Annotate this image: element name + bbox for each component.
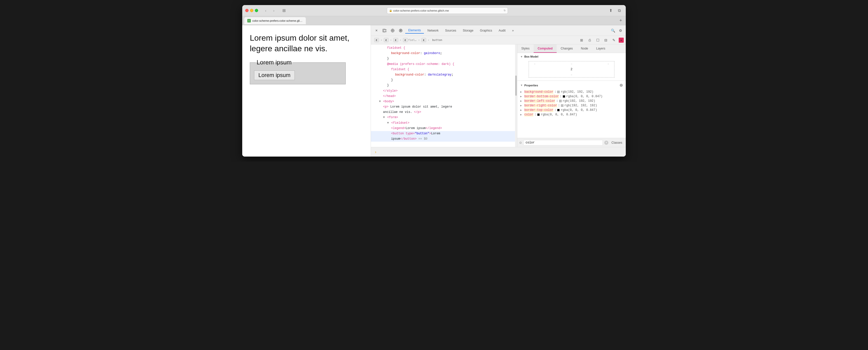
- preview-text: Lorem ipsum dolor sit amet, legere ancil…: [250, 33, 363, 54]
- classes-button[interactable]: Classes: [610, 140, 624, 145]
- close-button[interactable]: [245, 9, 249, 12]
- prop-swatch-color[interactable]: [537, 113, 540, 116]
- tab-network[interactable]: Network: [425, 28, 441, 33]
- properties-options[interactable]: ⊜: [619, 83, 623, 88]
- bm-top-right: –: [607, 62, 609, 65]
- code-tag-p-open: <p>: [383, 105, 389, 109]
- filter-clear-button[interactable]: ✕: [604, 141, 608, 145]
- edit-button[interactable]: ✎: [611, 37, 617, 43]
- box-model-toggle[interactable]: ▼: [520, 55, 523, 58]
- code-tag-form: <form>: [387, 115, 398, 120]
- grid-display-button[interactable]: ⊞: [578, 37, 585, 43]
- bc-item-4[interactable]: ε fiel…: [402, 37, 418, 43]
- bm-top-left: –: [534, 62, 536, 65]
- legend-demo: Lorem ipsum: [256, 59, 293, 66]
- expand-body-arrow[interactable]: ▼: [379, 99, 382, 104]
- tab-changes[interactable]: Changes: [557, 45, 577, 53]
- color-picker-button[interactable]: ▪: [619, 38, 624, 43]
- prop-swatch-brc[interactable]: [561, 104, 563, 107]
- prop-swatch-blc[interactable]: [559, 100, 562, 102]
- filter-input[interactable]: [523, 140, 603, 145]
- code-p-text: Lorem ipsum dolor sit amet, legere: [389, 105, 452, 109]
- prop-expand-5[interactable]: ▶: [520, 109, 523, 112]
- code-scrollbar[interactable]: [515, 45, 517, 147]
- prop-border-top-color: ▶ border-top-color : rgba(0, 0, 0, 0.847…: [520, 108, 623, 112]
- tab-audit[interactable]: Audit: [496, 28, 508, 33]
- button-demo[interactable]: Lorem ipsum: [254, 70, 295, 80]
- expand-fieldset-arrow[interactable]: ▼: [387, 121, 391, 125]
- maximize-button[interactable]: [255, 9, 258, 12]
- tab-layers[interactable]: Layers: [592, 45, 609, 53]
- bc-item-3[interactable]: ε: [392, 37, 399, 43]
- target-button[interactable]: [397, 27, 404, 34]
- expand-form-arrow[interactable]: ▼: [383, 115, 386, 120]
- bc-arrow-1: ›: [381, 39, 382, 41]
- tab-more[interactable]: »: [509, 28, 517, 33]
- device-toggle-button[interactable]: [381, 27, 388, 34]
- reload-icon[interactable]: ↻: [504, 9, 506, 12]
- tab-elements[interactable]: Elements: [405, 28, 424, 34]
- prop-expand-6[interactable]: ▶: [520, 113, 523, 116]
- filter-bar: ⊙ ✕ Classes: [517, 138, 626, 147]
- tab-storage[interactable]: Storage: [460, 28, 476, 33]
- devtools-settings-button[interactable]: ⚙: [617, 27, 624, 34]
- new-tab-button[interactable]: +: [618, 18, 624, 24]
- active-tab[interactable]: c color-scheme-prefers-color-scheme.glit…: [244, 17, 306, 24]
- code-tag-head-close: </head>: [383, 94, 396, 99]
- bc-item-2[interactable]: ε: [382, 37, 390, 43]
- scrollbar-thumb[interactable]: [515, 76, 517, 96]
- address-bar[interactable]: 🔒 color-scheme-prefers-color-scheme.glit…: [387, 7, 508, 14]
- properties-toggle[interactable]: ▼: [520, 84, 523, 87]
- bc-item-1[interactable]: ε: [373, 37, 380, 43]
- code-colon-inner: :: [424, 72, 428, 77]
- minimize-button[interactable]: [250, 9, 253, 12]
- prop-expand-4[interactable]: ▶: [520, 104, 523, 107]
- new-window-button[interactable]: ⧉: [616, 7, 623, 14]
- forward-button[interactable]: ›: [270, 7, 277, 14]
- code-line: <legend>Lorem ipsum</legend>: [371, 126, 517, 131]
- bc-arrow-5: ›: [428, 39, 429, 41]
- code-tag-button-close: </button>: [400, 137, 416, 141]
- code-dom0: == $0: [416, 137, 428, 141]
- multi-display-button[interactable]: ⊟: [602, 37, 609, 43]
- tab-node[interactable]: Node: [577, 45, 592, 53]
- prop-background-color: ▶ background-color : rgb(192, 192, 192): [520, 90, 623, 94]
- devtools-close-button[interactable]: ✕: [373, 27, 380, 34]
- share-button[interactable]: ⬆: [607, 7, 614, 14]
- devtools-search-button[interactable]: 🔍: [610, 27, 616, 34]
- code-line: <p> Lorem ipsum dolor sit amet, legere: [371, 104, 517, 110]
- console-input[interactable]: [378, 150, 622, 154]
- prop-expand-1[interactable]: ▶: [520, 90, 523, 93]
- prop-swatch-btc[interactable]: [557, 109, 560, 111]
- code-line: ▼ <form>: [371, 115, 517, 120]
- code-tag-legend-close: </legend>: [426, 126, 442, 131]
- split-view-button[interactable]: ⊞: [280, 7, 287, 14]
- tab-sources[interactable]: Sources: [442, 28, 459, 33]
- bc-tag-fiel-label: fiel…: [408, 38, 416, 42]
- prop-expand-3[interactable]: ▶: [520, 99, 523, 103]
- tab-styles[interactable]: Styles: [517, 45, 534, 53]
- prop-name-color: color: [524, 113, 533, 116]
- right-panel: Styles Computed Changes Node Layers ▼ Bo…: [517, 45, 626, 147]
- title-bar-actions: ⬆ ⧉: [607, 7, 623, 14]
- bc-item-5[interactable]: ε: [420, 37, 428, 43]
- prop-swatch-bbc[interactable]: [563, 95, 565, 98]
- box-display-button[interactable]: ☐: [594, 37, 601, 43]
- bc-button-item[interactable]: button: [430, 38, 445, 42]
- console-arrow[interactable]: ›: [375, 150, 376, 154]
- tab-computed[interactable]: Computed: [534, 45, 557, 53]
- prop-swatch-bg[interactable]: [557, 91, 560, 93]
- console-bar: ›: [371, 147, 626, 156]
- prop-name-bg: background-color: [524, 90, 553, 94]
- code-line: ▼ <body>: [371, 99, 517, 104]
- back-button[interactable]: ‹: [262, 7, 269, 14]
- devtools-breadcrumb: ε › ε › ε › ε fiel… › ε ›: [371, 36, 626, 45]
- inspect-button[interactable]: [389, 27, 396, 34]
- tab-graphics[interactable]: Graphics: [477, 28, 495, 33]
- print-button[interactable]: ⎙: [586, 37, 593, 43]
- properties-title: Properties: [524, 84, 538, 87]
- bc-arrow-3: ›: [400, 39, 401, 41]
- prop-expand-2[interactable]: ▶: [520, 95, 523, 98]
- bc-arrow-2: ›: [391, 39, 391, 41]
- bm-center-value: 2: [570, 67, 572, 71]
